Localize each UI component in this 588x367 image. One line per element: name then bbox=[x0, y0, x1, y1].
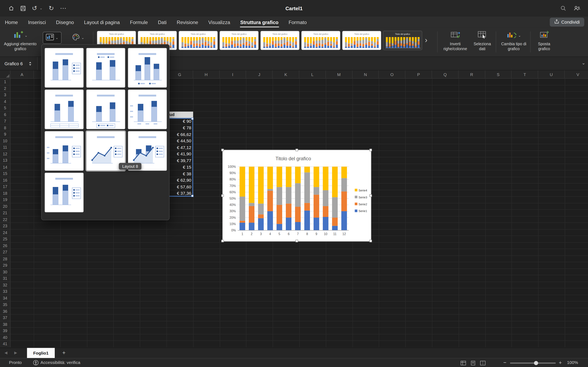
zoom-slider-thumb[interactable] bbox=[534, 361, 538, 365]
row-header-13[interactable]: 13 bbox=[0, 157, 10, 164]
chart-style-option[interactable]: Titolo del grafico bbox=[178, 31, 218, 50]
row-header-12[interactable]: 12 bbox=[0, 151, 10, 157]
row-header-4[interactable]: 4 bbox=[0, 98, 10, 105]
chart-resize-handle[interactable] bbox=[369, 149, 372, 151]
undo-menu-chevron-icon[interactable]: ⌄ bbox=[39, 6, 43, 10]
select-data-button[interactable]: Seleziona dati bbox=[470, 31, 494, 51]
name-box-steppers[interactable] bbox=[29, 61, 32, 67]
column-header-N[interactable]: N bbox=[352, 70, 379, 78]
row-header-37[interactable]: 37 bbox=[0, 315, 10, 321]
ribbon-tab-home[interactable]: Home bbox=[5, 17, 18, 28]
layout-option-2[interactable] bbox=[86, 48, 125, 88]
row-header-7[interactable]: 7 bbox=[0, 118, 10, 125]
row-header-6[interactable]: 6 bbox=[0, 111, 10, 118]
chart-resize-handle[interactable] bbox=[369, 240, 372, 242]
add-sheet-button[interactable]: + bbox=[62, 350, 66, 356]
row-header-9[interactable]: 9 bbox=[0, 131, 10, 138]
layout-option-3[interactable] bbox=[128, 48, 167, 88]
row-header-23[interactable]: 23 bbox=[0, 223, 10, 229]
layout-option-4[interactable] bbox=[45, 90, 84, 129]
chart-style-option[interactable]: Titolo del grafico bbox=[383, 31, 422, 50]
chart-resize-handle[interactable] bbox=[221, 240, 224, 242]
ribbon-tab-inserisci[interactable]: Inserisci bbox=[28, 17, 46, 28]
row-header-35[interactable]: 35 bbox=[0, 301, 10, 308]
chart-style-option[interactable]: Titolo del grafico bbox=[260, 31, 300, 50]
row-header-11[interactable]: 11 bbox=[0, 144, 10, 151]
row-header-38[interactable]: 38 bbox=[0, 321, 10, 328]
zoom-slider[interactable] bbox=[510, 363, 556, 364]
save-icon[interactable] bbox=[20, 6, 26, 11]
column-header-H[interactable]: H bbox=[193, 70, 220, 78]
redo-icon[interactable]: ↻ bbox=[49, 5, 54, 11]
column-header-I[interactable]: I bbox=[220, 70, 246, 78]
row-header-16[interactable]: 16 bbox=[0, 177, 10, 184]
range-handle[interactable] bbox=[191, 195, 194, 197]
row-header-22[interactable]: 22 bbox=[0, 216, 10, 223]
row-header-2[interactable]: 2 bbox=[0, 85, 10, 92]
column-header-V[interactable]: V bbox=[565, 70, 588, 78]
row-header-34[interactable]: 34 bbox=[0, 295, 10, 301]
column-header-O[interactable]: O bbox=[379, 70, 406, 78]
row-header-15[interactable]: 15 bbox=[0, 170, 10, 177]
layout-option-1[interactable] bbox=[45, 48, 84, 88]
embedded-chart[interactable]: Titolo del grafico100%90%80%70%60%50%40%… bbox=[222, 150, 371, 242]
column-header-G[interactable]: G bbox=[167, 70, 193, 78]
row-header-5[interactable]: 5 bbox=[0, 105, 10, 111]
switch-row-column-button[interactable]: Inverti righe/colonne bbox=[441, 31, 470, 51]
row-header-14[interactable]: 14 bbox=[0, 164, 10, 170]
column-header-L[interactable]: L bbox=[299, 70, 326, 78]
move-chart-button[interactable]: Sposta grafico bbox=[532, 31, 556, 51]
row-header-33[interactable]: 33 bbox=[0, 288, 10, 295]
accessibility-icon[interactable] bbox=[33, 360, 39, 366]
more-commands-icon[interactable]: ⋯ bbox=[60, 5, 66, 11]
row-header-25[interactable]: 25 bbox=[0, 236, 10, 242]
layout-option-7[interactable] bbox=[45, 131, 84, 171]
ribbon-tab-formule[interactable]: Formule bbox=[130, 17, 148, 28]
add-chart-element-button[interactable]: ⌄ Aggiungi elemento grafico bbox=[3, 31, 38, 51]
layout-option-5[interactable] bbox=[86, 90, 125, 129]
chart-resize-handle[interactable] bbox=[221, 149, 224, 151]
row-header-31[interactable]: 31 bbox=[0, 275, 10, 282]
name-box[interactable]: Grafico 6 bbox=[0, 57, 38, 70]
chart-resize-handle[interactable] bbox=[295, 149, 298, 151]
page-layout-view-icon[interactable] bbox=[470, 361, 476, 366]
column-header-R[interactable]: R bbox=[458, 70, 485, 78]
column-header-U[interactable]: U bbox=[538, 70, 565, 78]
column-header-P[interactable]: P bbox=[406, 70, 432, 78]
cell-region-header[interactable]: ud bbox=[167, 111, 193, 118]
row-header-41[interactable]: 41 bbox=[0, 341, 10, 347]
column-header-Q[interactable]: Q bbox=[432, 70, 458, 78]
column-header-M[interactable]: M bbox=[326, 70, 352, 78]
quick-layout-button[interactable]: ⌄ bbox=[43, 32, 61, 44]
sheet-nav-left-icon[interactable]: ◀ bbox=[4, 350, 7, 355]
search-icon[interactable] bbox=[560, 5, 566, 11]
row-header-17[interactable]: 17 bbox=[0, 184, 10, 190]
row-header-10[interactable]: 10 bbox=[0, 138, 10, 144]
ribbon-tab-visualizza[interactable]: Visualizza bbox=[208, 17, 230, 28]
account-icon[interactable] bbox=[574, 5, 580, 11]
column-header-T[interactable]: T bbox=[512, 70, 538, 78]
gallery-more-icon[interactable]: › bbox=[425, 36, 427, 44]
layout-option-10[interactable] bbox=[45, 173, 84, 212]
ribbon-tab-revisione[interactable]: Revisione bbox=[177, 17, 198, 28]
row-header-3[interactable]: 3 bbox=[0, 92, 10, 98]
row-header-8[interactable]: 8 bbox=[0, 125, 10, 131]
row-header-39[interactable]: 39 bbox=[0, 328, 10, 334]
chart-resize-handle[interactable] bbox=[295, 240, 298, 242]
row-header-40[interactable]: 40 bbox=[0, 334, 10, 341]
chart-style-option[interactable]: Titolo del grafico bbox=[219, 31, 259, 50]
change-chart-type-button[interactable]: ⌄ Cambia tipo di grafico bbox=[498, 31, 529, 51]
ribbon-tab-formato[interactable]: Formato bbox=[288, 17, 307, 28]
row-header-18[interactable]: 18 bbox=[0, 190, 10, 197]
column-header-A[interactable]: A bbox=[10, 70, 34, 78]
sheet-nav-right-icon[interactable]: ▶ bbox=[14, 350, 17, 355]
ribbon-tab-dati[interactable]: Dati bbox=[158, 17, 167, 28]
row-header-24[interactable]: 24 bbox=[0, 229, 10, 236]
row-header-36[interactable]: 36 bbox=[0, 308, 10, 315]
row-header-21[interactable]: 21 bbox=[0, 210, 10, 216]
row-header-27[interactable]: 27 bbox=[0, 249, 10, 256]
column-header-K[interactable]: K bbox=[273, 70, 299, 78]
zoom-out-icon[interactable]: − bbox=[503, 359, 506, 365]
sheet-tab-foglio1[interactable]: Foglio1 bbox=[27, 348, 55, 358]
range-handle[interactable] bbox=[191, 118, 194, 120]
